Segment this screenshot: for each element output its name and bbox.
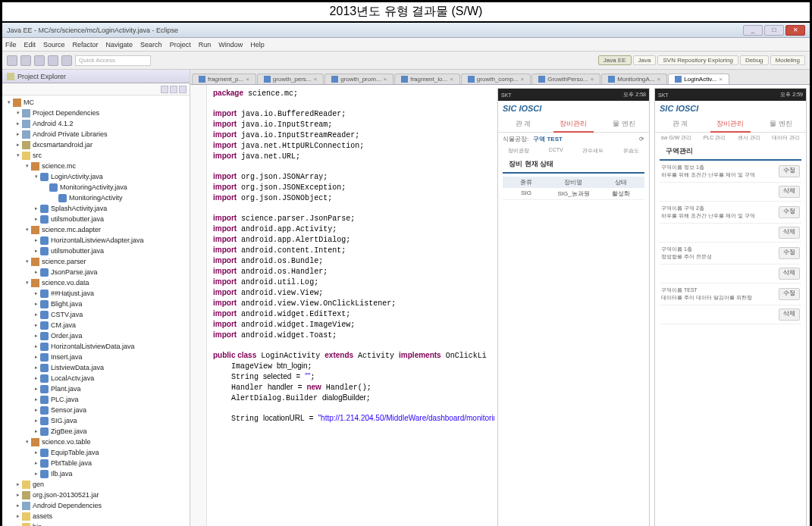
tree-twistie[interactable]: ▾ <box>24 258 31 265</box>
tree-node[interactable]: ▸utilsmobutter.java <box>2 246 190 256</box>
tree-twistie[interactable]: ▸ <box>33 364 40 371</box>
tree-twistie[interactable]: ▸ <box>33 215 40 223</box>
perspective-debug[interactable]: Debug <box>740 55 769 65</box>
tree-twistie[interactable] <box>42 183 49 191</box>
close-tab-icon[interactable]: × <box>314 76 318 83</box>
tree-node[interactable]: ▾src <box>2 150 190 161</box>
phone1-sub-value[interactable]: 구역 TEST <box>533 135 563 143</box>
tree-node[interactable]: ▸PbtTable.java <box>2 458 190 468</box>
delete-button[interactable]: 삭제 <box>779 186 800 198</box>
tree-node[interactable]: ▸JsonParse.java <box>2 267 190 277</box>
tree-node[interactable]: ▸ZigBee.java <box>2 426 190 437</box>
tree-twistie[interactable]: ▾ <box>24 162 31 170</box>
close-tab-icon[interactable]: × <box>591 76 594 83</box>
tree-node[interactable]: ▾science.mc <box>2 161 190 171</box>
phone1-tab[interactable]: 물 엔진 <box>599 116 649 132</box>
tree-twistie[interactable]: ▾ <box>5 99 13 106</box>
tree-twistie[interactable] <box>51 194 58 202</box>
tree-node[interactable]: ▾science.vo.data <box>2 277 190 288</box>
editor-tab[interactable]: LoginActiv...× <box>668 74 729 84</box>
project-tree[interactable]: ▾MC▾Project Dependencies▸Android 4.1.2▸A… <box>2 95 190 526</box>
menu-source[interactable]: Source <box>43 41 65 49</box>
tree-twistie[interactable]: ▸ <box>14 130 22 138</box>
collapse-all-icon[interactable] <box>161 86 168 93</box>
menu-project[interactable]: Project <box>170 41 191 49</box>
tree-node[interactable]: ▸Android Dependencies <box>2 500 190 511</box>
editor-tab[interactable]: growth_comp...× <box>461 74 531 84</box>
menu-run[interactable]: Run <box>199 41 212 49</box>
code-editor[interactable]: package science.mc; import java.io.Buffe… <box>190 85 494 526</box>
tree-node[interactable]: ▸Plant.java <box>2 384 190 394</box>
tree-node[interactable]: ▸Order.java <box>2 330 190 341</box>
tree-twistie[interactable]: ▾ <box>14 109 22 117</box>
tree-node[interactable]: ▸org.json-20130521.jar <box>2 490 190 500</box>
tree-twistie[interactable]: ▸ <box>33 321 40 329</box>
zone-list-item[interactable]: 구역이름 정보 1층하우를 위해 조건간 난우를 제어 및 구역수정 <box>660 161 801 183</box>
tree-node[interactable]: ▾science.mc.adapter <box>2 224 190 235</box>
tree-node[interactable]: ▸HorizontalListviewAdapter.java <box>2 235 190 246</box>
perspective-java-ee[interactable]: Java EE <box>598 55 632 65</box>
tree-twistie[interactable]: ▸ <box>14 512 22 520</box>
tree-node[interactable]: ▸dxcsmartandroid.jar <box>2 139 190 150</box>
menu-navigate[interactable]: Navigate <box>106 41 133 49</box>
zone-list-item[interactable]: 구역이름 구역 2층하우를 위해 조건간 난우를 제어 및 구역수정 <box>660 202 801 224</box>
tree-node[interactable]: ▸Insert.java <box>2 352 190 362</box>
edit-button[interactable]: 수정 <box>779 288 800 300</box>
tree-node[interactable]: ▸CSTV.java <box>2 309 190 320</box>
tree-node[interactable]: ▸Sensor.java <box>2 405 190 415</box>
tree-twistie[interactable]: ▾ <box>33 173 40 180</box>
tree-twistie[interactable]: ▸ <box>33 459 40 467</box>
zone-list-item[interactable]: 구역이름 1층정방향을 주어 전문성수정 <box>660 243 801 265</box>
edit-button[interactable]: 수정 <box>779 206 800 218</box>
tree-twistie[interactable]: ▾ <box>24 438 31 446</box>
tree-twistie[interactable]: ▾ <box>24 226 31 233</box>
tree-twistie[interactable]: ▸ <box>33 311 40 318</box>
tree-twistie[interactable]: ▸ <box>33 406 40 414</box>
tree-node[interactable]: ▾Project Dependencies <box>2 108 190 118</box>
tree-node[interactable]: ▸##Hatjust.java <box>2 288 190 299</box>
tree-node[interactable]: ▸PLC.java <box>2 394 190 405</box>
tree-twistie[interactable]: ▸ <box>33 290 40 297</box>
tree-node[interactable]: ▾science.parser <box>2 256 190 267</box>
save-icon[interactable] <box>20 55 31 66</box>
tree-node[interactable]: ▸Android 4.1.2 <box>2 118 190 129</box>
editor-tab[interactable]: GrowthPerso...× <box>531 74 600 84</box>
close-tab-icon[interactable]: × <box>246 76 249 83</box>
tree-twistie[interactable]: ▾ <box>24 279 31 286</box>
quick-access-input[interactable]: Quick Access <box>75 55 151 66</box>
code-text[interactable]: package science.mc; import java.io.Buffe… <box>207 85 494 526</box>
tree-node[interactable]: ▸assets <box>2 511 190 521</box>
tree-twistie[interactable]: ▸ <box>33 236 40 244</box>
tree-twistie[interactable]: ▸ <box>14 502 22 509</box>
tree-twistie[interactable]: ▸ <box>33 300 40 308</box>
menu-refactor[interactable]: Refactor <box>73 41 99 49</box>
menu-help[interactable]: Help <box>250 41 265 49</box>
maximize-button[interactable]: □ <box>764 25 784 36</box>
tree-node[interactable]: ▸HorizontalListviewData.java <box>2 341 190 352</box>
view-menu-icon[interactable] <box>179 86 187 93</box>
phone2-tab[interactable]: 관 계 <box>655 116 705 132</box>
tree-twistie[interactable]: ▸ <box>14 491 22 499</box>
tree-twistie[interactable]: ▸ <box>33 470 40 477</box>
build-icon[interactable] <box>61 55 72 66</box>
tree-node[interactable]: ▾MC <box>2 97 190 108</box>
perspective-svn-repository-exploring[interactable]: SVN Repository Exploring <box>657 55 738 65</box>
tree-node[interactable]: ▸Blight.java <box>2 299 190 309</box>
link-editor-icon[interactable] <box>170 86 177 93</box>
editor-tab[interactable]: growth_pers...× <box>257 74 324 84</box>
tree-twistie[interactable]: ▸ <box>33 385 40 393</box>
tree-twistie[interactable]: ▸ <box>33 332 40 340</box>
tree-node[interactable]: ▸EquipTable.java <box>2 447 190 458</box>
tree-node[interactable]: MonitoringActivity <box>2 193 190 203</box>
editor-tab[interactable]: fragment_p...× <box>192 74 256 84</box>
tree-twistie[interactable]: ▸ <box>33 353 40 361</box>
edit-button[interactable]: 수정 <box>779 247 800 259</box>
phone2-tab[interactable]: 장비관리 <box>705 116 755 132</box>
minimize-button[interactable]: _ <box>743 25 763 36</box>
close-tab-icon[interactable]: × <box>384 76 387 83</box>
tree-node[interactable]: ▸Ilb.java <box>2 468 190 479</box>
tree-twistie[interactable]: ▸ <box>33 417 40 424</box>
tree-node[interactable]: ▾science.vo.table <box>2 437 190 447</box>
delete-button[interactable]: 삭제 <box>779 227 800 239</box>
delete-button[interactable]: 삭제 <box>779 268 800 280</box>
